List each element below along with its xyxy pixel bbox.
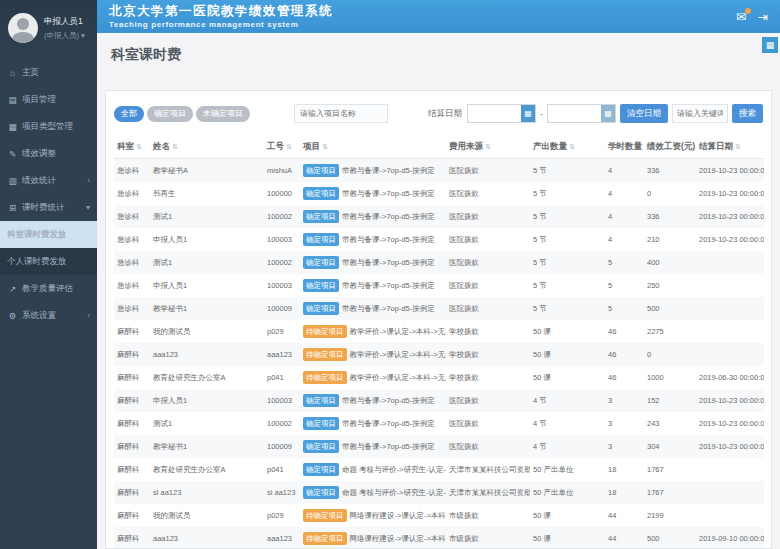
chevron-icon: › <box>87 176 90 185</box>
column-header[interactable]: 项目⇅ <box>300 136 446 159</box>
cell-performance-salary: 500 <box>644 527 696 549</box>
cell-output-quantity: 5 节 <box>530 159 605 183</box>
cell-department: 麻醉科 <box>114 527 150 549</box>
cell-performance-salary: 500 <box>644 297 696 320</box>
sidebar-item-project-management[interactable]: ▤ 项目管理 <box>0 86 97 113</box>
cell-output-quantity: 4 节 <box>530 435 605 458</box>
notification-icon[interactable]: ✉ <box>736 10 746 24</box>
date-end-input[interactable] <box>548 105 601 122</box>
main-content: ▦ 科室课时费 全部 确定项目 未确定项目 结算日期 ▦ - ▦ 清空日期 <box>97 33 780 549</box>
line-chart-icon: ↗ <box>7 284 18 294</box>
search-button[interactable]: 搜索 <box>732 104 763 123</box>
app-title: 北京大学第一医院教学绩效管理系统 <box>109 4 333 20</box>
cell-project: 待确定项目教学评价->课认定->本科->无授课人 <box>300 343 446 366</box>
column-header[interactable]: 姓名⇅ <box>150 136 264 159</box>
filter-pill-unconfirmed[interactable]: 未确定项目 <box>196 106 250 122</box>
logout-icon[interactable]: ⇥ <box>758 10 768 24</box>
user-role-dropdown[interactable]: (申报人员) ▾ <box>44 31 85 41</box>
project-status-badge: 待确定项目 <box>303 509 347 522</box>
column-header[interactable]: 绩效工资(元)⇅ <box>644 136 696 159</box>
table-row: 麻醉科 教育处研究生办公室A p041 确定项目命题 考核与评价->研究生-认定… <box>114 458 764 481</box>
sidebar-item-system-settings[interactable]: ⚙ 系统设置 › <box>0 302 97 329</box>
panel-shortcut-button[interactable]: ▦ <box>762 37 778 53</box>
cell-credit-hours: 4 <box>605 228 644 251</box>
clear-date-button[interactable]: 清空日期 <box>620 104 668 123</box>
cell-performance-salary: 336 <box>644 205 696 228</box>
date-start-field: ▦ <box>467 104 536 123</box>
cell-name: 申报人员1 <box>150 274 264 297</box>
cell-employee-id: p041 <box>264 366 300 389</box>
cell-project: 确定项目带教与备课->7op-d5-按例定 <box>300 228 446 251</box>
filter-pill-confirmed[interactable]: 确定项目 <box>147 106 193 122</box>
cell-settlement-date <box>696 481 764 504</box>
table-row: 急诊科 韩再生 100000 确定项目带教与备课->7op-d5-按例定 医院拨… <box>114 182 764 205</box>
table-header-row: 科室⇅姓名⇅工号⇅项目⇅费用来源⇅产出数量⇅学时数量⇅绩效工资(元)⇅结算日期⇅ <box>114 136 764 159</box>
cell-fee-source: 医院拨款 <box>446 412 530 435</box>
cell-employee-id: 100000 <box>264 182 300 205</box>
sidebar-item-label: 课时费统计 <box>22 202 65 214</box>
sidebar-item-performance-statistics[interactable]: ▥ 绩效统计 › <box>0 167 97 194</box>
calendar-icon[interactable]: ▦ <box>601 105 615 122</box>
cell-output-quantity: 50 课 <box>530 320 605 343</box>
cell-name: 测试1 <box>150 251 264 274</box>
cell-department: 麻醉科 <box>114 389 150 412</box>
cell-department: 急诊科 <box>114 274 150 297</box>
cell-credit-hours: 44 <box>605 504 644 527</box>
sidebar-item-personal-class-fee[interactable]: 个人课时费发放 <box>0 248 97 275</box>
cell-project: 待确定项目教学评价->课认定->本科->无授课人 <box>300 320 446 343</box>
grid-icon: ▦ <box>7 122 18 132</box>
cell-credit-hours: 4 <box>605 159 644 183</box>
sidebar-item-home[interactable]: ⌂ 主页 <box>0 59 97 86</box>
column-header[interactable]: 工号⇅ <box>264 136 300 159</box>
notification-badge <box>745 8 751 14</box>
cell-output-quantity: 50 课 <box>530 527 605 549</box>
sidebar-item-project-type-management[interactable]: ▦ 项目类型管理 <box>0 113 97 140</box>
sort-icon: ⇅ <box>136 143 142 150</box>
cell-settlement-date: 2019-09-10 00:00:00 <box>696 527 764 549</box>
cell-employee-id: 100002 <box>264 251 300 274</box>
table-row: 麻醉科 教育处研究生办公室A p041 待确定项目教学评价->课认定->本科->… <box>114 366 764 389</box>
chevron-down-icon: ▾ <box>81 31 85 40</box>
cell-name: 教育处研究生办公室A <box>150 458 264 481</box>
top-header: 北京大学第一医院教学绩效管理系统 Teaching performance ma… <box>97 0 780 33</box>
page-title: 科室课时费 <box>111 46 780 64</box>
sidebar: 申报人员1 (申报人员) ▾ ⌂ 主页 ▤ 项目管理 ▦ 项目类型管理 ✎ 绩效… <box>0 0 97 549</box>
cell-output-quantity: 5 节 <box>530 251 605 274</box>
cell-performance-salary: 400 <box>644 251 696 274</box>
sidebar-menu: ⌂ 主页 ▤ 项目管理 ▦ 项目类型管理 ✎ 绩效调整 ▥ 绩效统计 › ⊞ 课… <box>0 59 97 329</box>
sidebar-item-performance-adjustment[interactable]: ✎ 绩效调整 <box>0 140 97 167</box>
cell-settlement-date <box>696 320 764 343</box>
project-name-input[interactable] <box>294 104 388 123</box>
sidebar-item-class-fee-statistics[interactable]: ⊞ 课时费统计 ▾ <box>0 194 97 221</box>
cell-fee-source: 医院拨款 <box>446 435 530 458</box>
cell-output-quantity: 5 节 <box>530 228 605 251</box>
cell-settlement-date: 2019-06-30 00:00:00 <box>696 366 764 389</box>
cell-employee-id: 100002 <box>264 412 300 435</box>
sort-icon: ⇅ <box>172 143 178 150</box>
cell-name: aaa123 <box>150 343 264 366</box>
cell-credit-hours: 3 <box>605 412 644 435</box>
sidebar-item-teaching-quality-evaluation[interactable]: ↗ 教学质量评估 <box>0 275 97 302</box>
project-status-badge: 确定项目 <box>303 417 339 430</box>
column-header[interactable]: 产出数量⇅ <box>530 136 605 159</box>
project-status-badge: 确定项目 <box>303 233 339 246</box>
column-header[interactable]: 结算日期⇅ <box>696 136 764 159</box>
cell-credit-hours: 3 <box>605 389 644 412</box>
calendar-icon[interactable]: ▦ <box>521 105 535 122</box>
project-status-badge: 确定项目 <box>303 394 339 407</box>
column-header[interactable]: 费用来源⇅ <box>446 136 530 159</box>
cell-performance-salary: 0 <box>644 343 696 366</box>
cell-output-quantity: 50 课 <box>530 366 605 389</box>
cell-department: 麻醉科 <box>114 504 150 527</box>
column-header[interactable]: 科室⇅ <box>114 136 150 159</box>
column-header[interactable]: 学时数量⇅ <box>605 136 644 159</box>
sidebar-item-dept-class-fee[interactable]: 科室课时费发放 <box>0 221 97 248</box>
cell-project: 确定项目命题 考核与评价->研究生-认定-教师 <box>300 458 446 481</box>
keyword-search-input[interactable] <box>672 104 728 123</box>
cell-fee-source: 医院拨款 <box>446 205 530 228</box>
cell-fee-source: 学校拨款 <box>446 320 530 343</box>
gear-icon: ⚙ <box>7 311 18 321</box>
date-start-input[interactable] <box>468 105 521 122</box>
cell-employee-id: p041 <box>264 458 300 481</box>
filter-pill-all[interactable]: 全部 <box>114 106 144 122</box>
